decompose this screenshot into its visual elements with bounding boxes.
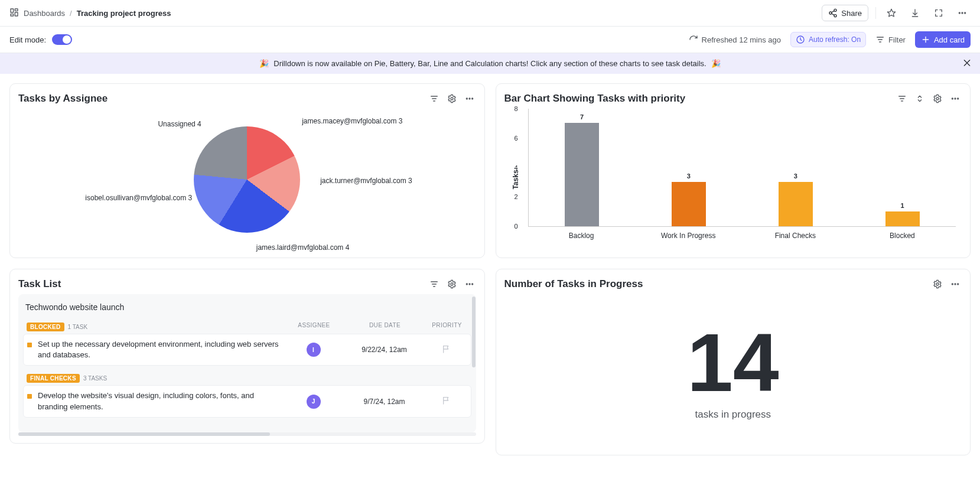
more-button[interactable] <box>954 5 971 21</box>
bar-rect <box>672 182 706 226</box>
card-settings-button[interactable] <box>445 278 458 291</box>
card-settings-button[interactable] <box>931 92 944 105</box>
card-more-button[interactable] <box>463 92 476 105</box>
status-badge[interactable]: FINAL CHECKS <box>27 374 80 383</box>
card-settings-button[interactable] <box>445 92 458 105</box>
bar-card: Bar Chart Showing Tasks with priority Ta… <box>496 83 971 258</box>
number-card: Number of Tasks in Progress 14 tasks in … <box>496 269 971 455</box>
svg-line-7 <box>832 11 835 12</box>
y-tick: 4 <box>515 164 518 171</box>
banner-close-button[interactable] <box>962 58 972 69</box>
close-icon <box>962 58 972 67</box>
svg-marker-9 <box>887 9 895 17</box>
svg-rect-2 <box>15 12 18 16</box>
card-more-button[interactable] <box>463 278 476 291</box>
card-filter-button[interactable] <box>428 92 441 105</box>
bar-column[interactable]: 7 <box>552 113 611 226</box>
pie-chart[interactable]: james.macey@mvfglobal.com 3jack.turner@m… <box>18 109 476 250</box>
breadcrumb-root[interactable]: Dashboards <box>24 9 65 18</box>
status-badge[interactable]: BLOCKED <box>27 323 64 331</box>
bar-chart[interactable]: Tasks 024687331 BacklogWork In ProgressF… <box>504 109 962 250</box>
card-filter-button[interactable] <box>428 278 441 291</box>
card-more-button[interactable] <box>949 92 962 105</box>
horizontal-scrollbar[interactable] <box>18 432 476 436</box>
gear-icon <box>933 279 942 289</box>
tasklist-card: Task List Techwondo website launch BLOCK… <box>9 269 485 444</box>
card-filter-button[interactable] <box>896 92 909 105</box>
add-card-label: Add card <box>934 35 965 44</box>
number-card-title: Number of Tasks in Progress <box>504 278 643 290</box>
refresh-icon <box>689 35 698 44</box>
topbar-actions: Share <box>822 5 971 21</box>
bar-ylabel: Tasks <box>511 170 519 189</box>
add-card-button[interactable]: Add card <box>915 31 971 48</box>
svg-point-38 <box>451 283 453 285</box>
share-button[interactable]: Share <box>822 5 868 21</box>
filter-button[interactable]: Filter <box>872 32 909 47</box>
svg-rect-0 <box>11 9 14 12</box>
svg-point-27 <box>471 98 473 99</box>
assignee-avatar[interactable]: I <box>307 343 321 357</box>
bar-card-title: Bar Chart Showing Tasks with priority <box>504 93 686 105</box>
svg-line-8 <box>832 14 835 15</box>
svg-point-25 <box>466 98 467 99</box>
bar-column[interactable]: 3 <box>766 172 825 226</box>
task-row[interactable]: Set up the necessary development environ… <box>23 334 471 366</box>
autorefresh-pill[interactable]: Auto refresh: On <box>790 32 866 47</box>
svg-point-12 <box>965 12 966 14</box>
bar-value-label: 1 <box>901 202 904 209</box>
pie-slice-label: isobel.osullivan@mvfglobal.com 3 <box>27 194 192 202</box>
y-tick: 2 <box>515 193 518 200</box>
share-label: Share <box>841 9 862 18</box>
bar-column[interactable]: 1 <box>873 202 932 226</box>
filter-icon <box>875 35 885 44</box>
svg-point-32 <box>952 98 953 99</box>
card-settings-button[interactable] <box>931 278 944 291</box>
banner-text: Drilldown is now available on Pie, Batte… <box>274 59 706 68</box>
tasklist-body: Techwondo website launch BLOCKED1 TASKAS… <box>18 294 476 432</box>
svg-point-41 <box>471 284 473 285</box>
x-tick-label: Backlog <box>552 232 611 240</box>
more-icon <box>465 279 474 289</box>
expand-icon <box>934 8 943 18</box>
bar-column[interactable]: 3 <box>659 172 718 226</box>
pie-slice-label: Unassigned 4 <box>110 120 201 128</box>
bar-rect <box>779 182 813 226</box>
group-count: 1 TASK <box>68 324 88 330</box>
assignee-avatar[interactable]: J <box>307 395 321 409</box>
svg-point-44 <box>955 284 956 285</box>
refreshed-text: Refreshed 12 mins ago <box>702 35 781 44</box>
announcement-banner: 🎉 Drilldown is now available on Pie, Bat… <box>0 53 980 74</box>
priority-flag[interactable] <box>426 396 467 407</box>
breadcrumb-separator: / <box>70 9 72 18</box>
pie-slice-label: jack.turner@mvfglobal.com 3 <box>320 177 412 185</box>
more-icon <box>958 8 967 18</box>
card-more-button[interactable] <box>949 278 962 291</box>
fullscreen-button[interactable] <box>930 5 947 21</box>
pie-card: Tasks by Assignee james.macey@mvfglobal.… <box>9 83 485 258</box>
party-icon: 🎉 <box>711 59 721 68</box>
star-button[interactable] <box>883 5 900 21</box>
task-row[interactable]: Develop the website's visual design, inc… <box>23 385 471 417</box>
refreshed-status[interactable]: Refreshed 12 mins ago <box>685 32 784 47</box>
status-square-icon <box>27 343 32 347</box>
clock-icon <box>796 35 805 44</box>
edit-mode-toggle[interactable] <box>52 34 72 45</box>
bar-value-label: 7 <box>580 113 584 120</box>
svg-point-34 <box>958 98 959 99</box>
svg-point-42 <box>936 283 939 285</box>
group-count: 3 TASKS <box>83 375 107 382</box>
y-tick: 8 <box>515 105 518 112</box>
more-icon <box>465 94 474 103</box>
gear-icon <box>447 279 457 289</box>
edit-mode-label: Edit mode: <box>9 35 46 44</box>
status-square-icon <box>27 394 32 399</box>
number-display: 14 tasks in progress <box>504 294 962 448</box>
filter-label: Filter <box>888 35 906 44</box>
vertical-scrollbar[interactable] <box>472 297 476 367</box>
svg-point-33 <box>955 98 956 99</box>
download-button[interactable] <box>907 5 923 21</box>
priority-flag[interactable] <box>426 344 467 356</box>
big-caption: tasks in progress <box>695 409 771 421</box>
card-sort-button[interactable] <box>913 92 926 105</box>
